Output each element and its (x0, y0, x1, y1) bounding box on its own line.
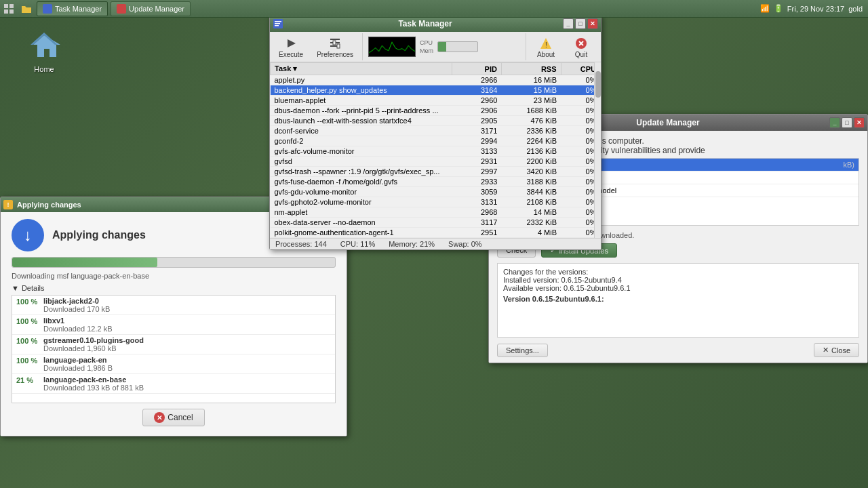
changes-title: Changes for the versions: (503, 268, 853, 276)
task-name: gvfs-gphoto2-volume-monitor (271, 197, 452, 207)
details-label: Details (22, 284, 45, 292)
task-name: gvfs-gdu-volume-monitor (271, 187, 452, 197)
preferences-label: Preferences (317, 51, 353, 58)
execute-button[interactable]: Execute (273, 34, 309, 60)
quit-button[interactable]: Quit (564, 34, 598, 60)
um-minimize[interactable]: _ (829, 117, 840, 128)
process-table-wrapper: Task ▾ PID RSS CPU applet.py 2966 16 MiB… (270, 62, 601, 238)
task-name: blueman-applet (271, 96, 452, 106)
task-rss: 23 MiB (501, 96, 561, 106)
task-rss: 16 MiB (501, 75, 561, 85)
details-list[interactable]: 100 % libjack-jackd2-0 Downloaded 170 kB… (12, 295, 336, 403)
task-pid: 2968 (452, 207, 501, 218)
um-maximize[interactable]: □ (842, 117, 852, 128)
table-row[interactable]: backend_helper.py show_updates 3164 15 M… (271, 85, 601, 96)
task-name: nm-applet (271, 207, 452, 218)
settings-button[interactable]: Settings... (497, 344, 548, 357)
task-name: dconf-service (271, 126, 452, 136)
preferences-button[interactable]: Preferences (311, 34, 359, 60)
svg-rect-10 (330, 39, 340, 40)
progress-bar-fill (12, 258, 157, 267)
um-close[interactable]: ✕ (854, 117, 865, 128)
item-info: language-pack-en Downloaded 1,986 B (43, 356, 331, 372)
taskbar-task-manager[interactable]: Task Manager (37, 1, 108, 16)
network-icon: 📶 (760, 4, 770, 13)
table-row[interactable]: gvfsd 2931 2200 KiB 0% (271, 157, 601, 167)
table-row[interactable]: gvfs-fuse-daemon -f /home/gold/.gvfs 293… (271, 177, 601, 187)
table-row[interactable]: gconfd-2 2994 2264 KiB 0% (271, 136, 601, 146)
applying-subtitle: Downloading msf language-pack-en-base (12, 272, 336, 280)
toolbar-sep-1 (362, 33, 363, 60)
um-footer: Settings... ✕ Close (497, 343, 859, 357)
cancel-icon: ✕ (154, 412, 165, 423)
task-rss: 2200 KiB (501, 157, 561, 167)
applying-footer: ✕ Cancel (12, 403, 336, 429)
table-row[interactable]: gvfs-gdu-volume-monitor 3059 3844 KiB 0% (271, 187, 601, 197)
task-manager-controls: _ □ ✕ (563, 18, 598, 29)
applying-title-text: Applying changes (17, 201, 81, 209)
list-item: 100 % language-pack-en Downloaded 1,986 … (12, 354, 335, 374)
item-name: language-pack-en (43, 356, 107, 364)
task-pid: 2997 (452, 167, 501, 177)
apps-icon[interactable] (1, 1, 16, 16)
svg-rect-2 (4, 9, 8, 14)
details-toggle[interactable]: ▼ Details (12, 284, 336, 292)
um-pkg-size: kB) (844, 161, 855, 169)
table-row[interactable]: polkit-gnome-authentication-agent-1 2951… (271, 228, 601, 238)
close-button[interactable]: ✕ (587, 18, 598, 29)
task-manager-status: Processes: 144 CPU: 11% Memory: 21% Swap… (270, 238, 601, 249)
table-row[interactable]: nm-applet 2968 14 MiB 0% (271, 207, 601, 218)
task-rss: 14 MiB (501, 207, 561, 218)
taskbar: Task Manager Update Manager 📶 🔋 Fri, 29 … (0, 0, 868, 18)
table-row[interactable]: dbus-launch --exit-with-session startxfc… (271, 116, 601, 126)
task-pid: 2960 (452, 96, 501, 106)
item-name: language-pack-en-base (43, 375, 126, 384)
taskbar-update-manager[interactable]: Update Manager (111, 1, 191, 16)
processes-count: Processes: 144 (275, 240, 327, 248)
item-size: Downloaded 12.2 kB (43, 325, 113, 333)
task-name: gvfsd-trash --spawner :1.9 /org/gtk/gvfs… (271, 167, 452, 177)
task-manager-window: Task Manager _ □ ✕ Execute (269, 15, 601, 250)
scrollbar-thumb[interactable] (595, 71, 601, 98)
cpu-graph-area: CPU Mem (366, 35, 523, 59)
table-row[interactable]: gvfs-afc-volume-monitor 3133 2136 KiB 0% (271, 146, 601, 157)
about-button[interactable]: ! About (529, 34, 563, 60)
execute-icon (283, 36, 298, 51)
battery-icon: 🔋 (774, 4, 783, 13)
close-footer-button[interactable]: ✕ Close (814, 343, 859, 357)
task-rss: 15 MiB (501, 85, 561, 96)
memory-slider (437, 41, 478, 52)
table-row[interactable]: gvfsd-trash --spawner :1.9 /org/gtk/gvfs… (271, 167, 601, 177)
task-pid: 3133 (452, 146, 501, 157)
table-row[interactable]: obex-data-server --no-daemon 3117 2332 K… (271, 218, 601, 228)
list-item: 100 % gstreamer0.10-plugins-good Downloa… (12, 335, 335, 354)
task-pid: 2906 (452, 106, 501, 116)
task-name: gvfs-fuse-daemon -f /home/gold/.gvfs (271, 177, 452, 187)
task-name: backend_helper.py show_updates (271, 85, 452, 96)
task-pid: 2966 (452, 75, 501, 85)
table-row[interactable]: dconf-service 3171 2336 KiB 0% (271, 126, 601, 136)
task-rss: 2108 KiB (501, 197, 561, 207)
svg-rect-3 (9, 9, 14, 14)
table-row[interactable]: blueman-applet 2960 23 MiB 0% (271, 96, 601, 106)
minimize-button[interactable]: _ (563, 18, 574, 29)
item-pct: 100 % (16, 297, 43, 306)
task-pid: 2951 (452, 228, 501, 238)
cancel-button[interactable]: ✕ Cancel (142, 409, 204, 426)
maximize-button[interactable]: □ (575, 18, 586, 29)
table-row[interactable]: applet.py 2966 16 MiB 0% (271, 75, 601, 85)
close-footer-label: Close (831, 346, 850, 354)
table-row[interactable]: gvfs-gphoto2-volume-monitor 3131 2108 Ki… (271, 197, 601, 207)
execute-label: Execute (279, 51, 303, 58)
desktop: Task Manager Update Manager 📶 🔋 Fri, 29 … (0, 0, 868, 488)
table-row[interactable]: dbus-daemon --fork --print-pid 5 --print… (271, 106, 601, 116)
about-icon: ! (538, 36, 553, 51)
desktop-icon-home[interactable]: Home (20, 27, 68, 76)
folder-icon[interactable] (19, 1, 34, 16)
installed-version: Installed version: 0.6.15-2ubuntu9.4 (503, 276, 853, 284)
table-scrollbar[interactable] (594, 62, 601, 238)
task-rss: 476 KiB (501, 116, 561, 126)
item-pct: 100 % (16, 356, 43, 365)
memory-status: Memory: 21% (389, 240, 435, 248)
svg-rect-11 (333, 41, 336, 45)
